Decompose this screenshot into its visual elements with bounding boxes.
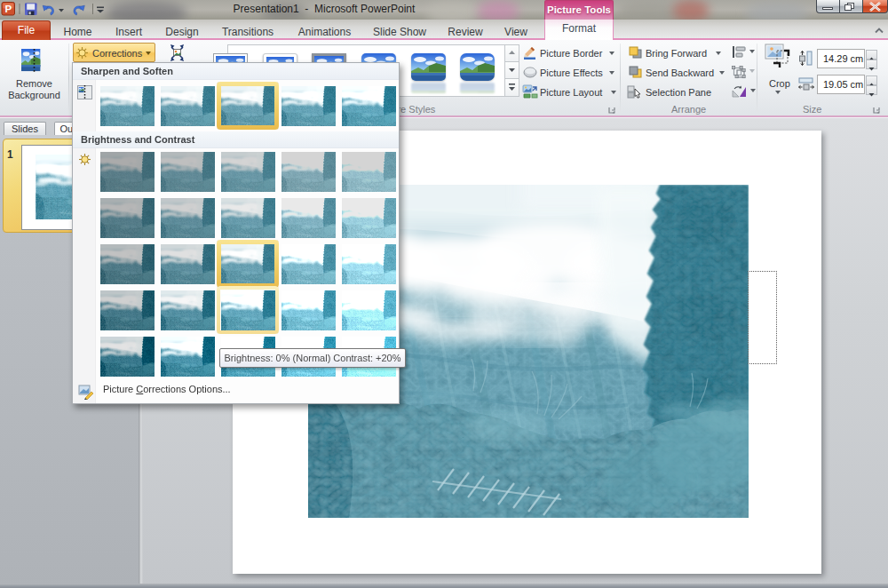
svg-text:P: P: [5, 4, 12, 14]
